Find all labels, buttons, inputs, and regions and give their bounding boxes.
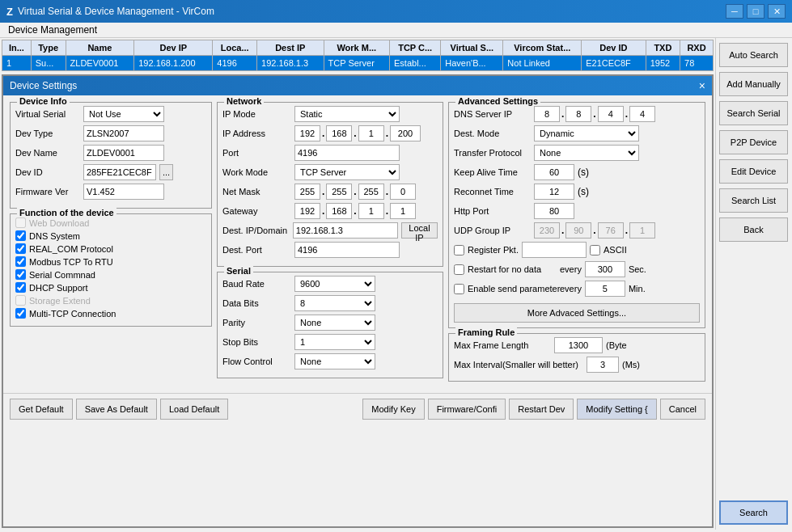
dns-a[interactable] [534,106,560,122]
dialog-close-button[interactable]: × [699,79,705,92]
flow-control-select[interactable]: None [294,353,375,369]
func-dhcp-checkbox[interactable] [15,282,26,293]
edit-device-button[interactable]: Edit Device [719,159,788,184]
func-web-download-label: Web Download [29,218,89,228]
dev-name-input[interactable] [83,145,164,161]
minimize-button[interactable]: ─ [726,4,743,19]
restart-input[interactable] [585,261,625,277]
p2p-device-button[interactable]: P2P Device [719,130,788,154]
window-title: Virtual Serial & Device Management - Vir… [18,6,214,17]
max-interval-input[interactable] [587,357,619,373]
get-default-button[interactable]: Get Default [10,399,73,420]
dev-name-label: Dev Name [15,148,80,158]
work-mode-select[interactable]: TCP Server [294,164,400,180]
gw-b[interactable] [326,203,352,219]
keepalive-input[interactable] [534,164,574,180]
dev-id-browse-button[interactable]: ... [159,164,173,180]
udp-a[interactable] [534,222,560,239]
dns-label: DNS Server IP [454,109,531,119]
nm-b[interactable] [326,184,352,200]
func-storage-label: Storage Extend [29,296,91,306]
col-virtuals: Virtual S... [441,40,503,56]
reconnet-unit: (s) [578,186,589,197]
func-storage-checkbox[interactable] [15,295,26,306]
cancel-button[interactable]: Cancel [660,399,705,420]
register-input[interactable] [522,242,587,258]
func-dns-system-checkbox[interactable] [15,230,26,241]
dev-id-input[interactable] [83,164,156,180]
gw-d[interactable] [390,203,416,219]
restart-dev-button[interactable]: Restart Dev [509,399,574,420]
restart-row: Restart for no data every Sec. [454,261,700,277]
udp-c[interactable] [598,222,624,239]
ascii-label: ASCII [604,245,627,255]
ip-a[interactable] [294,125,320,141]
search-button[interactable]: Search [719,500,788,525]
dest-port-input[interactable] [294,242,400,258]
ip-b[interactable] [326,125,352,141]
stop-bits-select[interactable]: 1 [294,334,375,350]
col-devip: Dev IP [134,40,213,56]
dev-type-input[interactable] [83,125,164,141]
netmask-input-group: . . . [294,184,416,200]
auto-search-button[interactable]: Auto Search [719,43,788,67]
port-input[interactable] [294,145,400,161]
data-bits-select[interactable]: 8 [294,295,375,311]
func-modbus-checkbox[interactable] [15,256,26,267]
func-serial-cmd-checkbox[interactable] [15,269,26,280]
nm-c[interactable] [358,184,384,200]
enable-send-input[interactable] [585,281,625,297]
menu-device-management[interactable]: Device Management [3,23,102,37]
func-realcom-label: REAL_COM Protocol [29,244,113,254]
gw-a[interactable] [294,203,320,219]
func-multi-tcp-checkbox[interactable] [15,308,26,319]
register-checkbox[interactable] [454,245,464,255]
dns-d[interactable] [629,106,655,122]
more-advanced-button[interactable]: More Advaced Settings... [454,303,700,323]
back-button[interactable]: Back [719,217,788,242]
table-row[interactable]: 1 Su... ZLDEV0001 192.168.1.200 4196 192… [2,56,714,71]
ip-c[interactable] [358,125,384,141]
add-manually-button[interactable]: Add Manually [719,72,788,96]
close-button[interactable]: ✕ [768,4,786,19]
modify-setting-button[interactable]: Modify Setting { [577,399,656,420]
dns-c[interactable] [598,106,624,122]
register-label: Register Pkt. [468,245,519,255]
udp-d[interactable] [629,222,655,239]
ip-mode-select[interactable]: Static [294,106,400,122]
func-web-download-checkbox[interactable] [15,217,26,228]
firmware-input[interactable] [83,184,164,200]
save-as-default-button[interactable]: Save As Default [76,399,157,420]
nm-a[interactable] [294,184,320,200]
search-serial-button[interactable]: Search Serial [719,101,788,125]
restart-checkbox[interactable] [454,264,464,275]
udp-b[interactable] [565,222,591,239]
func-realcom-checkbox[interactable] [15,243,26,254]
max-interval-row: Max Interval(Smaller will better) (Ms) [454,357,700,373]
func-web-download: Web Download [15,217,206,228]
dest-mode-select[interactable]: Dynamic [534,125,639,141]
ascii-checkbox[interactable] [590,245,600,255]
gw-c[interactable] [358,203,384,219]
modify-key-button[interactable]: Modify Key [362,399,424,420]
dns-b[interactable] [565,106,591,122]
firmware-button[interactable]: Firmware/Confi [428,399,506,420]
dev-type-row: Dev Type [15,125,206,141]
enable-send-checkbox[interactable] [454,284,464,294]
dest-ip-input[interactable] [293,222,398,239]
maximize-button[interactable]: □ [747,4,764,19]
load-default-button[interactable]: Load Default [160,399,228,420]
title-bar: Z Virtual Serial & Device Management - V… [0,0,792,23]
max-frame-input[interactable] [554,337,603,353]
register-row: Register Pkt. ASCII [454,242,700,258]
transfer-select[interactable]: None [534,145,639,161]
reconnet-input[interactable] [534,184,574,200]
parity-select[interactable]: None [294,315,375,331]
ip-d[interactable] [390,125,421,141]
http-input[interactable] [534,203,574,219]
search-list-button[interactable]: Search List [719,188,788,213]
local-ip-button[interactable]: Local IP [401,222,438,239]
virtual-serial-select[interactable]: Not Use [83,106,164,122]
baud-rate-select[interactable]: 9600 [294,276,375,292]
nm-d[interactable] [390,184,416,200]
